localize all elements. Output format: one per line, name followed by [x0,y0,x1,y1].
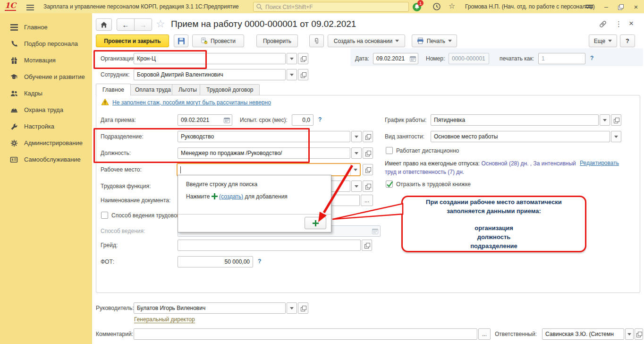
help-button[interactable]: ? [620,34,635,47]
organization-dropdown-button[interactable] [287,53,297,64]
popup-create-link[interactable]: (создать) [219,193,243,200]
forward-button[interactable]: → [134,18,152,31]
service-menu-icon[interactable] [585,3,593,16]
employee-dropdown-button[interactable] [287,69,297,80]
gear-icon [10,139,18,147]
favorites-star-icon[interactable]: ☆ [449,1,455,10]
tab-contract[interactable]: Трудовой договор [200,84,260,95]
sidebar-item-recruiting[interactable]: Подбор персонала [0,35,92,52]
favorite-star-icon[interactable]: ☆ [156,18,165,30]
plus-icon [212,193,218,199]
back-button[interactable]: ← [117,18,135,31]
organization-field[interactable]: Крон-Ц [134,53,286,64]
more-button[interactable]: Еще [589,34,617,47]
date-field[interactable]: 09.02.2021 [373,53,418,64]
remote-checkbox[interactable] [386,147,393,154]
position-dropdown-button[interactable] [351,147,362,159]
position-label: Должность: [101,150,131,156]
print-as-help-link[interactable]: ? [590,55,593,61]
department-dropdown-button[interactable] [351,131,362,142]
responsible-dropdown-button[interactable] [625,328,634,340]
plus-icon [313,220,319,226]
probation-field[interactable]: 0,0 [292,114,314,126]
workplace-field[interactable] [177,163,361,176]
position-open-button[interactable] [363,147,373,159]
workbook-checkbox[interactable] [386,181,393,188]
schedule-open-button[interactable] [611,114,621,126]
calendar-icon[interactable] [409,55,416,62]
workplace-open-button[interactable] [363,164,373,175]
save-button[interactable] [174,34,188,47]
work-function-open-button[interactable] [363,181,373,192]
window-minimize-button[interactable]: – [602,3,610,10]
department-open-button[interactable] [363,131,373,142]
sidebar-item-hr[interactable]: Кадры [0,85,92,102]
form-close-icon[interactable]: × [629,19,634,28]
create-from-button[interactable]: Создать на основании [328,34,405,47]
department-field[interactable]: Руководство [178,131,350,142]
hire-date-field[interactable]: 09.02.2021 [178,114,232,126]
print-button[interactable]: Печать [412,34,457,47]
work-function-dropdown-button[interactable] [351,181,362,192]
attachments-button[interactable] [309,34,324,47]
get-link-icon[interactable] [599,20,607,28]
grade-field[interactable] [178,240,361,251]
print-as-field[interactable]: 1 [538,53,585,64]
tab-salary[interactable]: Оплата труда [128,84,178,95]
sidebar-item-main[interactable]: Главное [0,19,92,35]
check-button[interactable]: Проверить [256,34,298,47]
document-name-label: Наименование документа: [101,197,170,204]
home-button[interactable] [96,18,112,31]
history-button[interactable] [432,2,441,11]
global-search[interactable] [253,2,409,12]
grade-open-button[interactable] [362,240,372,251]
sidebar-item-training[interactable]: Обучение и развитие [0,69,92,85]
manager-position-link[interactable]: Генеральный директор [134,316,195,323]
manager-open-button[interactable] [298,302,308,314]
notifications-button[interactable]: 1 [412,1,423,12]
search-input[interactable] [265,4,398,10]
page-title: Прием на работу 0000-000001 от 09.02.202… [171,19,356,29]
sidebar-item-label: Обучение и развитие [24,73,85,80]
date-label: Дата: [355,55,369,62]
sidebar-item-motivation[interactable]: Мотивация [0,52,92,69]
schedule-field[interactable]: Пятидневка [431,114,599,126]
sidebar-item-settings[interactable]: Настройка [0,118,92,135]
sidebar-item-labor-safety[interactable]: Охрана труда [0,102,92,118]
workbook-method-checkbox[interactable] [101,212,108,219]
organization-open-button[interactable] [298,53,308,64]
responsible-open-button[interactable] [635,328,643,340]
employment-field[interactable]: Основное место работы [431,131,610,142]
manager-dropdown-button[interactable] [287,302,297,314]
fot-help-link[interactable]: ? [258,258,261,265]
sidebar-item-administration[interactable]: Администрирование [0,135,92,151]
document-name-select-button[interactable]: ... [361,195,373,206]
schedule-dropdown-button[interactable] [600,114,610,126]
responsible-field[interactable]: Савинская З.Ю. (Системн [542,328,624,340]
employee-open-button[interactable] [298,69,308,80]
post-and-close-button[interactable]: Провести и закрыть [96,34,169,47]
employee-field[interactable]: Боровой Дмитрий Валентинович [134,69,286,80]
sidebar-item-self-service[interactable]: Самообслуживание [0,151,92,168]
tab-benefits[interactable]: Льготы [172,84,203,95]
vacation-edit-link[interactable]: Редактировать [580,160,619,166]
employment-dropdown-button[interactable] [611,131,621,142]
clock-icon [432,2,441,11]
post-button[interactable]: Провести [192,34,244,47]
probation-help-link[interactable]: ? [318,116,322,123]
callout-line2: заполняется данными приема: [447,206,541,215]
workplace-dropdown-button[interactable] [350,164,360,175]
position-field[interactable]: Менеджер по продажам /Руководство/ [178,147,350,159]
window-restore-button[interactable] [616,3,625,10]
tab-main[interactable]: Главное [96,84,131,95]
fot-field[interactable]: 50 000,00 [178,256,253,267]
comment-select-button[interactable]: ... [478,328,491,340]
popup-create-button[interactable] [305,217,326,229]
comment-field[interactable] [134,328,477,340]
kebab-menu-icon[interactable]: ⋮ [615,20,622,28]
manager-field[interactable]: Булатов Игорь Виленович [134,302,286,314]
main-menu-icon[interactable] [26,3,34,12]
warning-link[interactable]: Не заполнен стаж, пособия могут быть рас… [112,99,271,106]
window-close-button[interactable]: × [632,3,640,10]
calendar-icon[interactable] [223,117,230,124]
